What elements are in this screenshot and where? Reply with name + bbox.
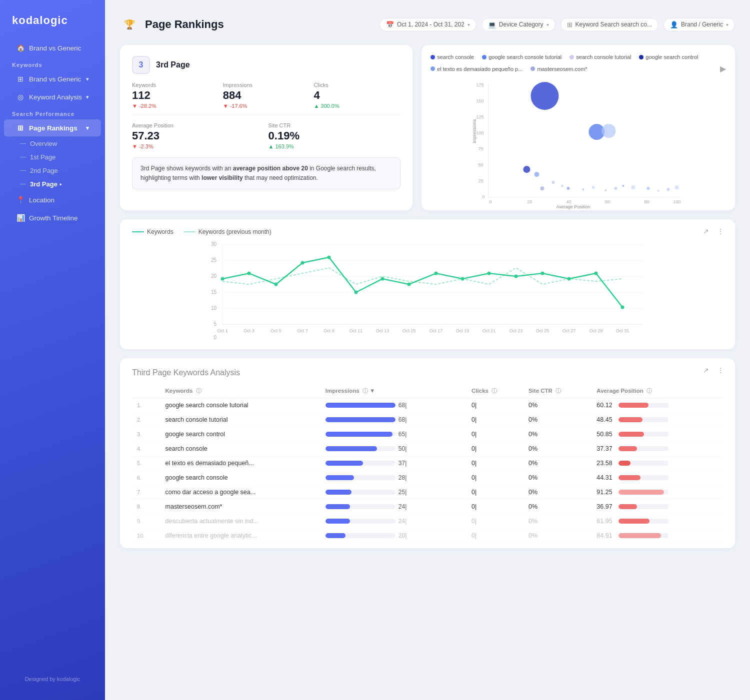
metric-keywords-label: Keywords (132, 82, 219, 88)
filter-brand-generic[interactable]: 👤 Brand / Generic ▾ (664, 18, 735, 31)
location-icon: 📍 (16, 195, 25, 204)
main-content: 🏆 Page Rankings 📅 Oct 1, 2024 - Oct 31, … (105, 0, 750, 700)
table-card-title: Third Page Keywords Analysis (132, 368, 723, 377)
td-keyword: descubierta actualmente sin ind... (160, 514, 320, 529)
chevron-down-icon: ▾ (86, 125, 89, 131)
td-avg-pos: 37.37 (592, 442, 723, 456)
metric-clicks-change: ▲ 300.0% (314, 103, 400, 109)
sidebar-item-growth-timeline[interactable]: 📊 Growth Timeline (4, 209, 101, 226)
td-clicks: 0| (466, 500, 524, 514)
table-more-button[interactable]: ⋮ (715, 365, 726, 375)
sub-nav-page-rankings: Overview 1st Page 2nd Page 3rd Page (0, 137, 105, 191)
metrics-grid: Keywords 112 ▼ -28.2% Impressions 884 ▼ … (132, 82, 400, 109)
td-clicks: 0| (466, 485, 524, 500)
more-options-button[interactable]: ⋮ (715, 226, 726, 236)
td-avg-pos: 50.85 (592, 427, 723, 442)
bubble-legend: search console google search console tut… (430, 54, 726, 73)
table-export-button[interactable]: ↗ (701, 365, 711, 375)
bubble-el-texto (534, 172, 540, 177)
td-site-ctr: 0% (524, 471, 592, 485)
sidebar-item-home[interactable]: 🏠 Brand vs Generic (4, 39, 101, 56)
metric-avgpos-change: ▼ -2.3% (132, 143, 264, 149)
svg-point-19 (562, 185, 564, 187)
svg-text:Oct 15: Oct 15 (402, 328, 416, 333)
line-chart-svg: 30 25 20 15 10 5 0 Oct 1 Oct 3 Oct 5 Oct… (132, 239, 723, 339)
metric-clicks-label: Clicks (314, 82, 400, 88)
datapoint (541, 272, 544, 275)
svg-point-22 (592, 186, 595, 189)
line-legend: Keywords Keywords (previous month) (132, 228, 723, 235)
datapoint (594, 272, 598, 275)
td-keyword: google search console (160, 471, 320, 485)
svg-text:125: 125 (476, 114, 484, 119)
sub-item-1st-page[interactable]: 1st Page (20, 150, 105, 164)
svg-point-23 (605, 189, 607, 191)
growth-icon: 📊 (16, 213, 25, 222)
filter-device-category[interactable]: 💻 Device Category ▾ (482, 18, 556, 31)
svg-text:Oct 31: Oct 31 (616, 328, 630, 333)
td-keyword: como dar acceso a google sea... (160, 485, 320, 500)
svg-text:Oct 7: Oct 7 (297, 328, 308, 333)
td-site-ctr: 0% (524, 442, 592, 456)
td-clicks: 0| (466, 413, 524, 427)
sidebar-item-keyword-analysis[interactable]: ◎ Keyword Analysis ▾ (4, 88, 101, 105)
filter-keyword-label: Keyword Search search co... (576, 21, 652, 28)
metric-clicks: Clicks 4 ▲ 300.0% (314, 82, 400, 109)
page-rank-badge: 3 (132, 56, 150, 74)
svg-text:Oct 19: Oct 19 (456, 328, 470, 333)
td-site-ctr: 0% (524, 485, 592, 500)
col-impressions[interactable]: Impressions ⓘ ▼ (320, 384, 466, 398)
col-rank (132, 384, 160, 398)
sidebar-item-brand-vs-generic[interactable]: ⊞ Brand vs Generic ▾ (4, 70, 101, 87)
bubble-nav-icon[interactable]: ▶ (720, 64, 726, 73)
table-card: ↗ ⋮ Third Page Keywords Analysis Keyword… (120, 358, 735, 548)
metric-avgpos-value: 57.23 (132, 129, 264, 142)
sidebar-item-location[interactable]: 📍 Location (4, 191, 101, 208)
metric-ctr-change: ▲ 163.9% (268, 143, 401, 149)
datapoint (408, 283, 411, 286)
td-avg-pos: 48.45 (592, 413, 723, 427)
svg-point-20 (567, 187, 570, 190)
bubble-chart-card: search console google search console tut… (422, 45, 735, 210)
sidebar-section-keywords: Keywords (0, 57, 105, 70)
legend-keywords: Keywords (132, 228, 174, 235)
filter-keyword-search[interactable]: ⊞ Keyword Search search co... (560, 18, 658, 31)
sub-item-3rd-page[interactable]: 3rd Page (20, 177, 105, 191)
datapoint (461, 277, 464, 281)
legend-gsc-tutorial: google search console tutorial (482, 54, 562, 60)
sub-item-overview[interactable]: Overview (20, 137, 105, 150)
filter-date-range[interactable]: 📅 Oct 1, 2024 - Oct 31, 202 ▾ (380, 18, 476, 31)
td-avg-pos: 23.58 (592, 456, 723, 471)
td-clicks: 0| (466, 427, 524, 442)
page-header: 🏆 Page Rankings 📅 Oct 1, 2024 - Oct 31, … (120, 15, 735, 34)
datapoint (248, 272, 251, 275)
export-button[interactable]: ↗ (701, 226, 711, 236)
chevron-down-icon: ▾ (546, 22, 549, 27)
td-impressions: 28| (320, 471, 466, 485)
table-row: 1. google search console tutorial 68| 0|… (132, 398, 723, 413)
svg-text:Oct 9: Oct 9 (324, 328, 334, 333)
bubble-masterseosem (540, 186, 544, 190)
td-avg-pos: 84.91 (592, 529, 723, 543)
bubble-gsc-control (524, 166, 530, 173)
col-clicks: Clicks ⓘ (466, 384, 524, 398)
cards-row: 3 3rd Page Keywords 112 ▼ -28.2% Impress… (120, 45, 735, 210)
td-impressions: 65| (320, 427, 466, 442)
device-icon: 💻 (488, 21, 496, 28)
sub-item-2nd-page[interactable]: 2nd Page (20, 164, 105, 177)
svg-text:10: 10 (211, 305, 217, 311)
sidebar-item-page-rankings[interactable]: ⊞ Page Rankings ▾ (4, 119, 101, 136)
svg-text:40: 40 (566, 199, 572, 204)
metric-impressions-label: Impressions (223, 82, 310, 88)
line-chart-card: ↗ ⋮ Keywords Keywords (previous month) 3… (120, 219, 735, 349)
td-rank: 6. (132, 471, 160, 485)
datapoint (221, 277, 224, 281)
sidebar: kodalogic 🏠 Brand vs Generic Keywords ⊞ … (0, 0, 105, 700)
svg-text:Oct 5: Oct 5 (270, 328, 282, 333)
page-title: Page Rankings (145, 18, 224, 31)
svg-text:60: 60 (606, 199, 610, 204)
metric-impressions-change: ▼ -17.6% (223, 103, 310, 109)
svg-text:Average Position: Average Position (556, 204, 590, 209)
td-keyword: google search control (160, 427, 320, 442)
td-site-ctr: 0% (524, 514, 592, 529)
